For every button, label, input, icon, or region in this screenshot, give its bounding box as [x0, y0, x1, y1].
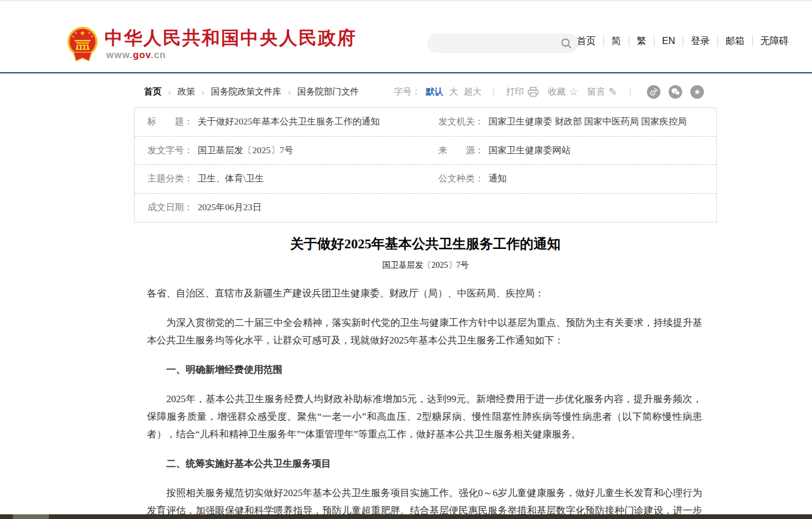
- meta-row: 发文字号： 国卫基层发〔2025〕7号 来 源： 国家卫生健康委网站: [135, 137, 716, 166]
- nav-accessibility[interactable]: 无障碍: [752, 36, 788, 46]
- weibo-icon: [649, 87, 658, 96]
- favorite-button[interactable]: 收藏 ☆: [548, 86, 578, 97]
- meta-category-value: 卫生、体育\卫生: [198, 173, 264, 185]
- font-size-label: 字号：: [394, 86, 421, 97]
- toolbar-divider: [630, 87, 630, 96]
- site-url-gov: gov: [133, 50, 150, 60]
- star-icon: ☆: [569, 87, 578, 97]
- nav-login[interactable]: 登录: [683, 36, 717, 46]
- wechat-icon: [671, 87, 680, 96]
- breadcrumb-separator: ›: [288, 87, 291, 97]
- national-emblem-logo: ★ ★ ★ ★ ★: [66, 26, 99, 63]
- nav-home[interactable]: 首页: [569, 36, 603, 46]
- font-size-default[interactable]: 默认: [426, 86, 444, 97]
- meta-agency: 发文机关： 国家卫生健康委 财政部 国家中医药局 国家疾控局: [425, 116, 716, 128]
- svg-text:★: ★: [90, 35, 93, 38]
- nav-traditional[interactable]: 繁: [629, 36, 654, 46]
- nav-english[interactable]: EN: [654, 36, 683, 46]
- bottom-taskbar-segment: [13, 514, 49, 519]
- document-meta-table: 标 题： 关于做好2025年基本公共卫生服务工作的通知 发文机关： 国家卫生健康…: [134, 107, 717, 223]
- meta-title-label: 标 题：: [147, 116, 193, 128]
- breadcrumb-separator: ›: [202, 87, 204, 97]
- meta-category: 主题分类： 卫生、体育\卫生: [135, 173, 425, 185]
- article-section-heading-2: 二、统筹实施好基本公共卫生服务项目: [147, 455, 702, 473]
- meta-agency-value: 国家卫生健康委 财政部 国家中医药局 国家疾控局: [489, 116, 687, 128]
- meta-number-label: 发文字号：: [147, 144, 193, 157]
- print-button[interactable]: 打印: [506, 86, 539, 97]
- breadcrumb-policy[interactable]: 政策: [177, 86, 195, 97]
- favorite-label: 收藏: [548, 86, 566, 97]
- meta-date-value: 2025年06月23日: [198, 201, 262, 214]
- meta-type-label: 公文种类：: [438, 173, 484, 185]
- font-size-xlarge[interactable]: 超大: [464, 86, 482, 97]
- breadcrumb-toolbar-row: 首页 › 政策 › 国务院政策文件库 › 国务院部门文件 字号： 默认 大 超大…: [134, 84, 717, 99]
- meta-source: 来 源： 国家卫生健康委网站: [425, 144, 716, 157]
- article-paragraph-section-1: 2025年，基本公共卫生服务经费人均财政补助标准增加5元，达到99元。新增经费用…: [147, 390, 702, 443]
- comment-label: 留言: [588, 86, 605, 97]
- meta-number: 发文字号： 国卫基层发〔2025〕7号: [135, 144, 425, 157]
- meta-type: 公文种类： 通知: [425, 173, 716, 185]
- nav-mail[interactable]: 邮箱: [717, 36, 752, 46]
- search-box[interactable]: [427, 33, 579, 53]
- meta-date: 成文日期： 2025年06月23日: [135, 201, 425, 214]
- meta-date-label: 成文日期：: [147, 201, 193, 214]
- meta-row: 标 题： 关于做好2025年基本公共卫生服务工作的通知 发文机关： 国家卫生健康…: [135, 108, 716, 137]
- article-section-heading-1: 一、明确新增经费使用范围: [147, 361, 702, 379]
- meta-row: 成文日期： 2025年06月23日: [135, 194, 716, 223]
- meta-row: 主题分类： 卫生、体育\卫生 公文种类： 通知: [135, 165, 716, 194]
- article-paragraph-salutation: 各省、自治区、直辖市及新疆生产建设兵团卫生健康委、财政厅（局）、中医药局、疾控局…: [147, 285, 702, 302]
- qzone-icon: ★: [694, 88, 701, 96]
- svg-text:★: ★: [80, 29, 86, 36]
- font-size-large[interactable]: 大: [449, 86, 458, 97]
- svg-text:★: ★: [72, 35, 75, 38]
- site-title: 中华人民共和国中央人民政府: [105, 26, 357, 50]
- print-label: 打印: [506, 86, 524, 97]
- site-header: ★ ★ ★ ★ ★ 中华人民共和国中央人民政府 www.gov.cn 首页 简 …: [0, 1, 812, 72]
- svg-text:★: ★: [75, 31, 78, 35]
- meta-title-value: 关于做好2025年基本公共卫生服务工作的通知: [198, 116, 380, 128]
- site-url-www: www.: [106, 50, 133, 60]
- breadcrumb-home[interactable]: 首页: [144, 86, 162, 97]
- top-nav: 首页 简 繁 EN 登录 邮箱 无障碍: [569, 36, 788, 46]
- article-paragraph-intro: 为深入贯彻党的二十届三中全会精神，落实新时代党的卫生与健康工作方针中以基层为重点…: [147, 314, 702, 349]
- site-url: www.gov.cn: [106, 50, 166, 60]
- article-body: 各省、自治区、直辖市及新疆生产建设兵团卫生健康委、财政厅（局）、中医药局、疾控局…: [134, 285, 717, 519]
- meta-type-value: 通知: [489, 173, 507, 185]
- meta-source-label: 来 源：: [438, 144, 484, 157]
- meta-number-value: 国卫基层发〔2025〕7号: [198, 144, 294, 157]
- meta-category-label: 主题分类：: [147, 173, 193, 185]
- search-input[interactable]: [437, 33, 560, 53]
- breadcrumb: 首页 › 政策 › 国务院政策文件库 › 国务院部门文件: [144, 86, 359, 97]
- printer-icon: [528, 87, 539, 97]
- pencil-icon: ✎: [609, 87, 617, 97]
- comment-button[interactable]: 留言 ✎: [588, 86, 617, 97]
- qzone-share-button[interactable]: ★: [690, 85, 704, 99]
- bottom-taskbar-edge: [0, 514, 812, 519]
- article-doc-number: 国卫基层发〔2025〕7号: [134, 260, 717, 271]
- weibo-share-button[interactable]: [647, 85, 660, 99]
- toolbar-divider: [493, 87, 494, 96]
- nav-simplified[interactable]: 简: [603, 36, 629, 46]
- site-url-cn: .cn: [150, 50, 166, 60]
- breadcrumb-policy-library[interactable]: 国务院政策文件库: [211, 86, 281, 97]
- wechat-share-button[interactable]: [669, 85, 682, 99]
- article-toolbar: 字号： 默认 大 超大 打印 收藏 ☆ 留言 ✎: [394, 85, 717, 99]
- meta-agency-label: 发文机关：: [438, 116, 484, 128]
- breadcrumb-separator: ›: [168, 87, 171, 97]
- breadcrumb-department-documents[interactable]: 国务院部门文件: [297, 86, 359, 97]
- header-divider: [0, 72, 812, 73]
- meta-source-value: 国家卫生健康委网站: [489, 144, 571, 157]
- meta-title: 标 题： 关于做好2025年基本公共卫生服务工作的通知: [135, 116, 425, 128]
- main-content: 首页 › 政策 › 国务院政策文件库 › 国务院部门文件 字号： 默认 大 超大…: [134, 84, 717, 519]
- article-title: 关于做好2025年基本公共卫生服务工作的通知: [134, 235, 717, 253]
